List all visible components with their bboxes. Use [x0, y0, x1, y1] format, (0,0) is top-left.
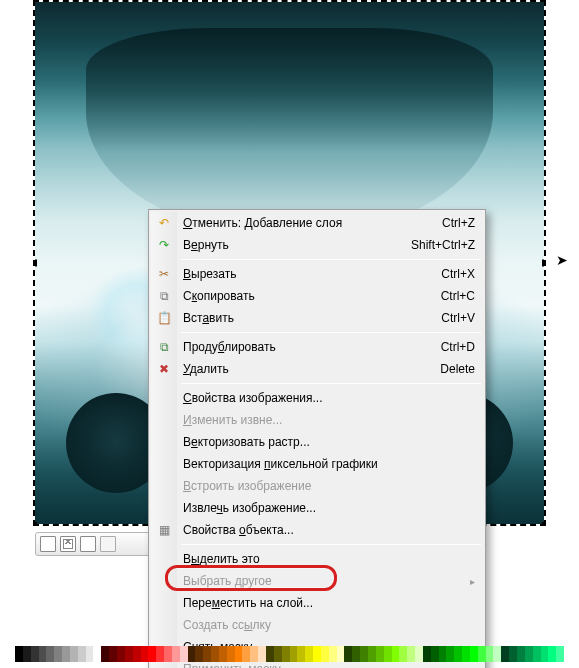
color-swatch[interactable] [525, 646, 533, 662]
color-swatch[interactable] [470, 646, 478, 662]
menu-item-copy[interactable]: ⧉СкопироватьCtrl+C [151, 285, 483, 307]
menu-item-redo[interactable]: ↷ВернутьShift+Ctrl+Z [151, 234, 483, 256]
color-swatch[interactable] [78, 646, 86, 662]
color-swatch[interactable] [533, 646, 541, 662]
color-swatch[interactable] [117, 646, 125, 662]
menu-item-label: Выделить это [183, 552, 475, 566]
menu-item-extract-image[interactable]: Извлечь изображение... [151, 497, 483, 519]
color-swatch[interactable] [227, 646, 235, 662]
color-swatch[interactable] [70, 646, 78, 662]
color-swatch[interactable] [188, 646, 196, 662]
color-swatch[interactable] [501, 646, 509, 662]
color-swatch[interactable] [407, 646, 415, 662]
color-swatch[interactable] [446, 646, 454, 662]
color-swatch[interactable] [493, 646, 501, 662]
menu-item-select-this[interactable]: Выделить это [151, 548, 483, 570]
color-swatch[interactable] [297, 646, 305, 662]
menu-item-trace-pixel[interactable]: Векторизация пиксельной графики [151, 453, 483, 475]
menu-item-shortcut: Ctrl+Z [442, 216, 475, 230]
color-swatch[interactable] [93, 646, 101, 662]
menu-item-img-props[interactable]: Свойства изображения... [151, 387, 483, 409]
color-swatch[interactable] [219, 646, 227, 662]
color-swatch[interactable] [486, 646, 494, 662]
resize-handle-right[interactable] [542, 260, 546, 267]
color-swatch[interactable] [305, 646, 313, 662]
color-swatch[interactable] [462, 646, 470, 662]
menu-item-create-link: Создать ссылку [151, 614, 483, 636]
color-swatch[interactable] [109, 646, 117, 662]
toolbar-box-1[interactable] [40, 536, 56, 552]
resize-handle-left[interactable] [33, 260, 37, 267]
menu-item-undo[interactable]: ↶Отменить: Добавление слояCtrl+Z [151, 212, 483, 234]
menu-item-obj-props[interactable]: ▦Свойства объекта... [151, 519, 483, 541]
color-swatch[interactable] [31, 646, 39, 662]
color-swatch[interactable] [15, 646, 23, 662]
color-swatch[interactable] [250, 646, 258, 662]
color-swatch[interactable] [454, 646, 462, 662]
color-swatch[interactable] [164, 646, 172, 662]
color-swatch[interactable] [360, 646, 368, 662]
menu-item-delete[interactable]: ✖УдалитьDelete [151, 358, 483, 380]
color-swatch[interactable] [148, 646, 156, 662]
color-swatch[interactable] [423, 646, 431, 662]
color-swatch[interactable] [439, 646, 447, 662]
color-swatch[interactable] [541, 646, 549, 662]
color-swatch[interactable] [399, 646, 407, 662]
color-swatch[interactable] [274, 646, 282, 662]
color-swatch[interactable] [337, 646, 345, 662]
menu-item-move-to-layer[interactable]: Переместить на слой... [151, 592, 483, 614]
color-swatch[interactable] [282, 646, 290, 662]
color-swatch[interactable] [54, 646, 62, 662]
color-swatch[interactable] [86, 646, 94, 662]
color-swatch[interactable] [39, 646, 47, 662]
menu-item-cut[interactable]: ✂ВырезатьCtrl+X [151, 263, 483, 285]
color-swatch[interactable] [211, 646, 219, 662]
color-swatch[interactable] [266, 646, 274, 662]
color-swatch[interactable] [556, 646, 564, 662]
color-swatch[interactable] [101, 646, 109, 662]
color-swatch[interactable] [156, 646, 164, 662]
menu-item-label: Вернуть [183, 238, 411, 252]
color-swatch[interactable] [180, 646, 188, 662]
color-swatch[interactable] [125, 646, 133, 662]
color-swatch[interactable] [344, 646, 352, 662]
color-swatch[interactable] [509, 646, 517, 662]
color-swatch[interactable] [242, 646, 250, 662]
color-swatch[interactable] [478, 646, 486, 662]
color-swatch[interactable] [195, 646, 203, 662]
color-swatch[interactable] [133, 646, 141, 662]
color-swatch[interactable] [141, 646, 149, 662]
color-swatch[interactable] [46, 646, 54, 662]
color-swatch[interactable] [548, 646, 556, 662]
color-swatch[interactable] [258, 646, 266, 662]
color-swatch[interactable] [517, 646, 525, 662]
resize-handle-bottom-left[interactable] [33, 522, 37, 526]
color-swatch[interactable] [431, 646, 439, 662]
submenu-arrow-icon: ▸ [470, 576, 475, 587]
menu-item-paste[interactable]: 📋ВставитьCtrl+V [151, 307, 483, 329]
color-swatch[interactable] [172, 646, 180, 662]
color-swatch[interactable] [321, 646, 329, 662]
color-swatch[interactable] [368, 646, 376, 662]
resize-handle-bottom-right[interactable] [542, 522, 546, 526]
menu-item-trace-raster[interactable]: Векторизовать растр... [151, 431, 483, 453]
color-swatch[interactable] [62, 646, 70, 662]
color-swatch[interactable] [23, 646, 31, 662]
color-swatch[interactable] [415, 646, 423, 662]
toolbar-envelope[interactable] [60, 536, 76, 552]
menu-item-label: Переместить на слой... [183, 596, 475, 610]
color-swatch[interactable] [352, 646, 360, 662]
menu-item-duplicate[interactable]: ⧉ПродублироватьCtrl+D [151, 336, 483, 358]
color-swatch[interactable] [203, 646, 211, 662]
rotate-arrow-icon[interactable]: ➤ [556, 252, 579, 268]
color-swatch[interactable] [384, 646, 392, 662]
color-swatch[interactable] [329, 646, 337, 662]
color-swatch[interactable] [235, 646, 243, 662]
color-swatch[interactable] [290, 646, 298, 662]
menu-item-label: Удалить [183, 362, 440, 376]
color-swatch[interactable] [313, 646, 321, 662]
color-swatch[interactable] [376, 646, 384, 662]
color-swatch[interactable] [392, 646, 400, 662]
toolbar-box-2[interactable] [80, 536, 96, 552]
toolbar-box-3[interactable] [100, 536, 116, 552]
